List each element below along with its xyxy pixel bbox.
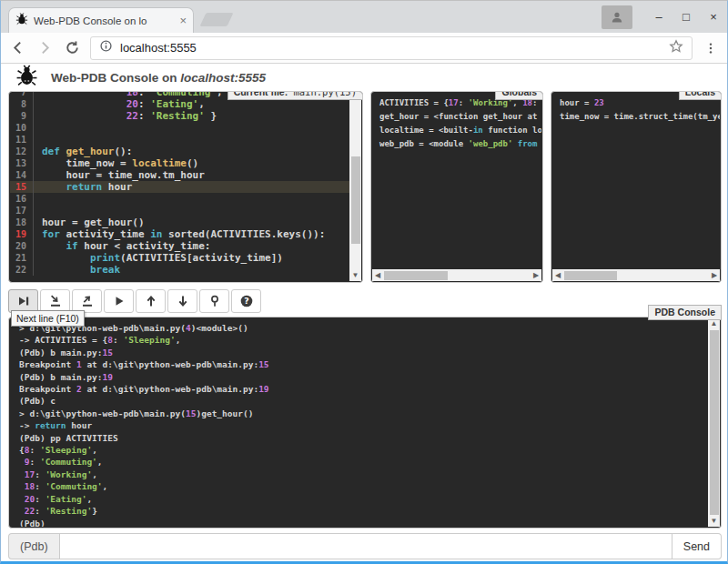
code-text-line: 18: 'Commuting', [19, 480, 698, 492]
next-line-tooltip: Next line (F10) [11, 310, 85, 327]
profile-button[interactable] [602, 5, 632, 29]
close-window-button[interactable]: × [700, 4, 727, 31]
code-text-line: web_pdb = <module 'web_pdb' from ' [379, 137, 534, 151]
code-line: 22 break [10, 264, 349, 276]
svg-text:?: ? [244, 296, 249, 306]
tab-close-icon[interactable]: × [179, 15, 187, 26]
code-vertical-scrollbar[interactable]: ▲ ▼ [349, 93, 361, 281]
console-vertical-scrollbar[interactable]: ▲ ▼ [708, 318, 720, 527]
browser-navbar: localhost:5555 [1, 33, 727, 64]
down-stack-button[interactable] [167, 289, 197, 313]
scroll-left-icon[interactable]: ◀ [372, 269, 383, 281]
code-content [34, 122, 48, 134]
globals-label: Globals [495, 91, 543, 100]
code-content: 22: 'Resting' } [34, 110, 217, 122]
code-text-line: {8: 'Sleeping', [19, 444, 698, 456]
continue-button[interactable] [104, 289, 134, 313]
info-icon[interactable] [99, 39, 113, 56]
step-into-icon [48, 294, 63, 308]
line-number[interactable]: 14 [10, 169, 34, 181]
line-number[interactable]: 17 [10, 205, 34, 217]
next-line-icon [16, 294, 31, 308]
locals-horizontal-scrollbar[interactable]: ◀ ▶ [552, 269, 720, 281]
line-number[interactable]: 22 [10, 264, 34, 276]
code-text-line: (Pdb) b main.py:15 [19, 347, 698, 358]
code-text-line: (Pdb) pp ACTIVITIES [19, 432, 698, 444]
code-line: 11 [10, 134, 349, 146]
line-number[interactable]: 11 [10, 134, 34, 146]
console-output[interactable]: > d:\git\python-web-pdb\main.py(4)<modul… [10, 317, 707, 527]
up-arrow-icon [144, 294, 158, 308]
send-button[interactable]: Send [672, 533, 722, 559]
back-icon[interactable] [8, 39, 26, 57]
code-line: 19for activity_time in sorted(ACTIVITIES… [10, 228, 349, 240]
code-line: 14 hour = time_now.tm_hour [10, 169, 349, 181]
breakpoint-line-number[interactable]: 15 [10, 181, 34, 193]
code-line: 10 [10, 122, 349, 134]
code-content: time_now = localtime() [34, 157, 198, 169]
globals-horizontal-scrollbar[interactable]: ◀ ▶ [372, 269, 541, 281]
step-out-icon [80, 294, 95, 308]
where-button[interactable] [199, 289, 229, 313]
code-content: return hour [34, 181, 132, 193]
scroll-right-icon[interactable]: ▶ [531, 269, 541, 281]
minimize-button[interactable]: – [645, 4, 672, 31]
code-line: 21 print(ACTIVITIES[activity_time]) [10, 252, 349, 264]
code-text-line: Breakpoint 2 at d:\git\python-web-pdb\ma… [19, 383, 698, 395]
url-text[interactable]: localhost:5555 [120, 41, 197, 55]
help-button[interactable]: ? [231, 289, 261, 313]
scroll-left-icon[interactable]: ◀ [552, 269, 563, 281]
line-number[interactable]: 18 [10, 217, 34, 228]
line-number[interactable]: 7 [10, 92, 34, 98]
maximize-button[interactable]: □ [672, 4, 700, 31]
bookmark-star-icon[interactable] [669, 39, 683, 57]
line-number[interactable]: 10 [10, 122, 34, 134]
code-content [34, 205, 48, 217]
command-input[interactable] [59, 533, 672, 559]
code-content: hour = time_now.tm_hour [34, 169, 205, 181]
code-text-line: > d:\git\python-web-pdb\main.py(15)get_h… [19, 408, 698, 419]
browser-window: Web-PDB Console on lo × – □ × localhos [0, 0, 728, 564]
address-bar[interactable]: localhost:5555 [90, 36, 693, 60]
line-number[interactable]: 9 [10, 110, 34, 122]
scroll-right-icon[interactable]: ▶ [709, 269, 720, 281]
code-text-line: 20: 'Eating', [19, 493, 698, 505]
pdb-console-panel: PDB Console > d:\git\python-web-pdb\main… [8, 317, 722, 529]
code-text-line: > d:\git\python-web-pdb\main.py(4)<modul… [19, 322, 698, 334]
browser-tab[interactable]: Web-PDB Console on lo × [8, 7, 194, 33]
code-line: 20 if hour < activity_time: [10, 240, 349, 252]
code-text-line: localtime = <built-in function local [379, 124, 534, 137]
code-content: for activity_time in sorted(ACTIVITIES.k… [34, 228, 325, 240]
where-pin-icon [207, 294, 222, 308]
code-content: def get_hour(): [34, 146, 132, 157]
code-text-line: Breakpoint 1 at d:\git\python-web-pdb\ma… [19, 358, 698, 370]
menu-dots-icon[interactable] [702, 39, 720, 57]
code-content: print(ACTIVITIES[activity_time]) [34, 252, 283, 264]
breakpoint-line-number[interactable]: 19 [10, 228, 34, 240]
code-viewer[interactable]: 7 18: 'Commuting',8 20: 'Eating',9 22: '… [10, 92, 349, 282]
code-text-line: 22: 'Resting'} [19, 505, 698, 517]
forward-icon[interactable] [35, 39, 54, 57]
globals-content[interactable]: ACTIVITIES = {17: 'Working', 18: 'Cget_h… [372, 92, 541, 269]
scroll-down-icon[interactable]: ▼ [349, 270, 361, 281]
locals-content[interactable]: hour = 23time_now = time.struct_time(tm_… [552, 92, 720, 269]
locals-panel: Locals hour = 23time_now = time.struct_t… [551, 91, 722, 283]
line-number[interactable]: 12 [10, 146, 34, 157]
line-number[interactable]: 8 [10, 98, 34, 110]
new-tab-button[interactable] [200, 13, 234, 26]
line-number[interactable]: 16 [10, 193, 34, 205]
code-line: 16 [10, 193, 349, 205]
up-stack-button[interactable] [136, 289, 166, 313]
code-content: 20: 'Eating', [34, 98, 205, 110]
code-text-line: 9: 'Commuting', [19, 456, 698, 468]
code-content: if hour < activity_time: [34, 240, 210, 252]
code-line: 12def get_hour(): [10, 146, 349, 157]
scroll-down-icon[interactable]: ▼ [708, 516, 720, 527]
globals-panel: Globals ACTIVITIES = {17: 'Working', 18:… [370, 91, 543, 283]
command-input-row: (Pdb) Send [8, 533, 722, 559]
reload-icon[interactable] [63, 39, 81, 57]
line-number[interactable]: 20 [10, 240, 34, 252]
line-number[interactable]: 21 [10, 252, 34, 264]
line-number[interactable]: 13 [10, 157, 34, 169]
pdb-prompt-addon: (Pdb) [8, 533, 59, 559]
